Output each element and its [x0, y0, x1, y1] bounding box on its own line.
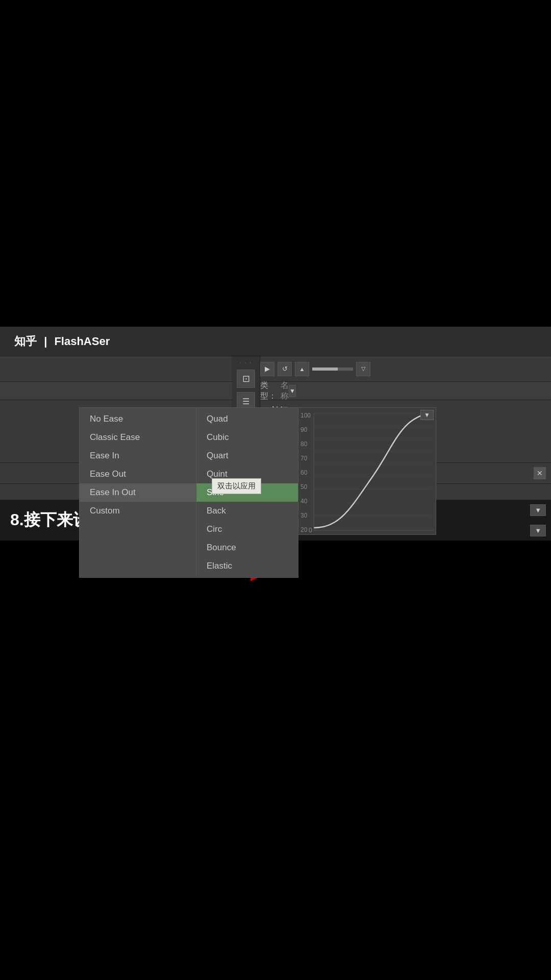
ease-item-ease-out[interactable]: Ease Out	[80, 465, 196, 483]
ease-sub-quad[interactable]: Quad	[196, 410, 298, 428]
y-axis-labels: 100 90 80 70 60 50 40 30 20 10	[300, 412, 311, 535]
double-click-tooltip: 双击以应用	[212, 478, 261, 494]
y-label-90: 90	[300, 426, 311, 433]
bottom-panel-dropdown[interactable]: ▼	[530, 504, 546, 516]
ease-sub-cubic[interactable]: Cubic	[196, 428, 298, 447]
sync-close-btn[interactable]: ✕	[534, 467, 546, 479]
logo-text: 知乎	[14, 335, 37, 348]
ease-popup-container: No Ease Classic Ease Ease In Ease Out Ea…	[79, 407, 436, 578]
y-label-60: 60	[300, 469, 311, 476]
up-btn[interactable]: ▲	[295, 362, 309, 376]
ease-subtype-panel: Quad Cubic Quart Quint Sine Back Circ Bo…	[196, 407, 298, 578]
y-label-100: 100	[300, 412, 311, 419]
curve-panel: ▼ 100 90 80 70 60 50 40 30 20 10	[298, 407, 436, 535]
bottom-black	[0, 541, 551, 980]
header-bar: 知乎 | FlashASer	[0, 327, 551, 356]
y-label-80: 80	[300, 440, 311, 448]
curve-dropdown-btn[interactable]: ▼	[420, 410, 434, 420]
type-menu-btn[interactable]: ▼	[289, 385, 296, 397]
main-ui-area: 知乎 | FlashASer · · · ⊡ ☰ ≡ ▶ ↺ ▲ ▽ 类型： 名…	[0, 327, 551, 500]
progress-bar[interactable]	[312, 368, 353, 371]
panel-icon-btn-1[interactable]: ⊡	[237, 370, 255, 388]
ease-sub-back[interactable]: Back	[196, 502, 298, 520]
panel-dots: · · ·	[239, 359, 252, 365]
ease-item-ease-in-out[interactable]: Ease In Out	[80, 483, 196, 502]
expand-btn[interactable]: ▽	[356, 362, 370, 376]
y-label-20: 20	[300, 526, 311, 533]
y-label-30: 30	[300, 512, 311, 519]
app-name: FlashASer	[54, 335, 110, 348]
toolbar-area: ▶ ↺ ▲ ▽	[0, 356, 551, 382]
type-value: 名称	[281, 380, 289, 402]
play-btn[interactable]: ▶	[260, 362, 274, 376]
y-label-40: 40	[300, 498, 311, 505]
curve-svg: 0	[298, 408, 436, 535]
ease-item-no-ease[interactable]: No Ease	[80, 410, 196, 428]
undo-btn[interactable]: ↺	[278, 362, 292, 376]
progress-fill	[312, 368, 338, 371]
ease-sub-quart[interactable]: Quart	[196, 447, 298, 465]
ease-sub-circ[interactable]: Circ	[196, 520, 298, 538]
ease-sub-elastic[interactable]: Elastic	[196, 557, 298, 575]
type-row: 类型： 名称 ▼	[0, 382, 551, 400]
ease-list-panel: No Ease Classic Ease Ease In Ease Out Ea…	[79, 407, 196, 578]
y-label-50: 50	[300, 483, 311, 491]
ease-item-ease-in[interactable]: Ease In	[80, 447, 196, 465]
ease-item-custom[interactable]: Custom	[80, 502, 196, 520]
header-logo: 知乎 | FlashASer	[10, 334, 110, 349]
y-label-70: 70	[300, 455, 311, 462]
toolbar-controls: ▶ ↺ ▲ ▽	[260, 362, 370, 376]
bottom-panel-dropdown2[interactable]: ▼	[530, 525, 546, 536]
ease-sub-bounce[interactable]: Bounce	[196, 538, 298, 557]
type-label: 类型：	[260, 380, 277, 402]
top-black-area	[0, 0, 551, 327]
separator: |	[44, 335, 50, 348]
ease-item-classic-ease[interactable]: Classic Ease	[80, 428, 196, 447]
